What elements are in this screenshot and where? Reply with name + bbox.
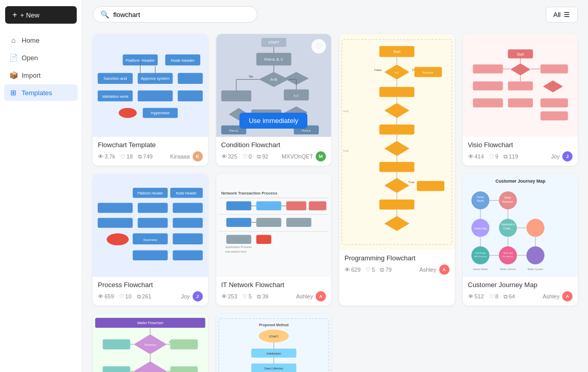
sidebar-open-label: Open bbox=[22, 54, 38, 62]
card-visio-flowchart[interactable]: Start Visio Flo bbox=[463, 34, 578, 166]
sidebar-templates-label: Templates bbox=[22, 89, 52, 97]
sidebar-item-home[interactable]: ⌂ Home bbox=[4, 32, 78, 48]
likes-stat-condition: ♡ 0 bbox=[243, 153, 252, 160]
card-thumb-process: Platform Header Node Header Hyperwise bbox=[93, 174, 208, 277]
author-name: Kiraaaa bbox=[170, 153, 190, 160]
svg-text:Research: Research bbox=[503, 201, 513, 203]
svg-text:False: False bbox=[374, 68, 382, 72]
svg-text:Start: Start bbox=[516, 52, 524, 56]
svg-text:Collab...: Collab... bbox=[503, 227, 512, 230]
sidebar-item-open[interactable]: 📄 Open bbox=[4, 49, 78, 66]
svg-marker-62 bbox=[384, 216, 409, 231]
use-immediately-button[interactable]: Use immediately bbox=[239, 113, 307, 129]
card-thumb-proposed: Proposed Method START Initialization Dat… bbox=[216, 314, 332, 372]
svg-marker-164 bbox=[134, 361, 167, 372]
svg-text:Application Process: Application Process bbox=[225, 245, 251, 249]
author-avatar: A bbox=[316, 291, 326, 302]
svg-marker-58 bbox=[384, 178, 409, 193]
svg-rect-163 bbox=[102, 339, 130, 349]
card-title-journey: Customer Journey Map bbox=[468, 281, 573, 289]
sidebar: + + New ⌂ Home 📄 Open 📦 Import ⊞ Templat… bbox=[0, 0, 82, 372]
card-proposed-method[interactable]: Proposed Method START Initialization Dat… bbox=[216, 314, 332, 372]
card-matter-flowchart[interactable]: Matter Flowchart Decision Yes No bbox=[93, 314, 208, 372]
card-thumb-matter: Matter Flowchart Decision Yes No bbox=[93, 314, 208, 372]
sidebar-import-label: Import bbox=[22, 72, 41, 79]
card-programming-flowchart[interactable]: Start i=1 True False Process bbox=[339, 34, 455, 306]
new-label: + New bbox=[20, 11, 39, 19]
card-title-process: Process Flowchart bbox=[98, 281, 203, 289]
card-title-visio: Visio Flowchart bbox=[468, 141, 573, 149]
svg-text:No: No bbox=[249, 75, 253, 78]
new-button[interactable]: + + New bbox=[5, 6, 77, 24]
sidebar-nav: ⌂ Home 📄 Open 📦 Import ⊞ Templates bbox=[0, 30, 82, 103]
author-avatar: J bbox=[193, 291, 203, 302]
svg-text:Validation work: Validation work bbox=[102, 94, 129, 99]
svg-rect-85 bbox=[540, 112, 567, 120]
card-stats: 👁 3.7k ♡ 18 ⧉ 749 bbox=[98, 153, 152, 160]
card-thumb-flowchart-template: Platform Header Node Header Sanction and… bbox=[93, 34, 208, 137]
filter-label: All bbox=[554, 11, 561, 19]
author-name: Ashley bbox=[543, 293, 560, 299]
card-flowchart-template[interactable]: Platform Header Node Header Sanction and… bbox=[93, 34, 208, 166]
svg-rect-8 bbox=[178, 73, 203, 84]
svg-text:Better System: Better System bbox=[527, 268, 543, 271]
svg-rect-53 bbox=[379, 87, 414, 97]
author-avatar: A bbox=[562, 291, 573, 302]
card-it-network[interactable]: Network Transaction Process bbox=[216, 174, 332, 306]
top-bar: 🔍 All ☰ bbox=[82, 0, 588, 29]
author-name: Joy bbox=[181, 293, 189, 299]
card-meta-flowchart-template: 👁 3.7k ♡ 18 ⧉ 749 Kiraaaa K bbox=[98, 151, 203, 162]
svg-text:Decision: Decision bbox=[145, 343, 156, 346]
svg-marker-81 bbox=[543, 80, 563, 92]
svg-rect-99 bbox=[172, 218, 202, 227]
svg-text:Initialization: Initialization bbox=[266, 352, 281, 355]
svg-text:Handmade: Handmade bbox=[475, 252, 486, 254]
svg-text:Strict and: Strict and bbox=[503, 252, 513, 254]
svg-rect-79 bbox=[473, 81, 503, 90]
plus-icon: + bbox=[12, 10, 17, 20]
sidebar-item-templates[interactable]: ⊞ Templates bbox=[4, 84, 78, 101]
svg-rect-95 bbox=[137, 203, 167, 212]
open-icon: 📄 bbox=[9, 54, 18, 62]
svg-rect-98 bbox=[137, 218, 167, 227]
svg-rect-83 bbox=[508, 98, 533, 107]
svg-text:Better Service: Better Service bbox=[500, 268, 516, 271]
card-title-flowchart-template: Flowchart Template bbox=[98, 141, 203, 149]
svg-text:Better: Better bbox=[504, 197, 511, 199]
author-name: MXVOhQET bbox=[282, 153, 313, 160]
svg-text:Platform Header: Platform Header bbox=[137, 191, 163, 195]
svg-rect-25 bbox=[221, 91, 251, 101]
heart-icon[interactable]: ♡ bbox=[312, 39, 326, 54]
svg-text:Node Header: Node Header bbox=[171, 58, 195, 63]
svg-point-143 bbox=[526, 246, 544, 264]
card-info-network: IT Network Flowchart 👁 253 ♡ 5 ⧉ 39 Ashl… bbox=[216, 277, 332, 306]
card-customer-journey[interactable]: Customer Journey Map Online Needs Better… bbox=[463, 174, 578, 306]
svg-rect-109 bbox=[256, 201, 281, 210]
svg-text:Needs: Needs bbox=[477, 200, 485, 202]
svg-rect-60 bbox=[417, 181, 444, 191]
template-grid: Platform Header Node Header Sanction and… bbox=[82, 29, 588, 372]
filter-button[interactable]: All ☰ bbox=[546, 7, 578, 23]
card-info-process: Process Flowchart 👁 659 ♡ 10 ⧉ 261 Joy J bbox=[93, 277, 208, 306]
svg-rect-110 bbox=[286, 201, 306, 210]
copies-stat: ⧉ 749 bbox=[138, 153, 152, 160]
svg-text:Process: Process bbox=[422, 71, 433, 74]
card-condition-flowchart[interactable]: START Print A, B, C A<B No Yes A+C bbox=[216, 34, 332, 166]
svg-text:Start: Start bbox=[393, 50, 401, 54]
card-info-programming: Programming Flowchart 👁 629 ♡ 5 ⧉ 79 Ash… bbox=[339, 250, 455, 279]
search-input[interactable] bbox=[113, 11, 250, 19]
svg-text:Print A: Print A bbox=[302, 129, 310, 132]
svg-text:i=i+1: i=i+1 bbox=[343, 110, 349, 113]
filter-icon: ☰ bbox=[564, 11, 570, 19]
search-box[interactable]: 🔍 bbox=[93, 6, 257, 23]
svg-text:START: START bbox=[268, 41, 279, 44]
svg-rect-55 bbox=[379, 125, 414, 134]
svg-text:Node Header: Node Header bbox=[176, 191, 197, 195]
card-meta-condition: 👁 325 ♡ 0 ⧉ 92 MXVOhQET M bbox=[221, 151, 326, 162]
svg-text:Aware Needs: Aware Needs bbox=[473, 268, 488, 271]
author-avatar: J bbox=[562, 151, 573, 162]
card-process-flowchart[interactable]: Platform Header Node Header Hyperwise bbox=[93, 174, 208, 306]
author-name: Ashley bbox=[419, 267, 436, 273]
svg-rect-162 bbox=[170, 339, 198, 349]
sidebar-item-import[interactable]: 📦 Import bbox=[4, 67, 78, 83]
